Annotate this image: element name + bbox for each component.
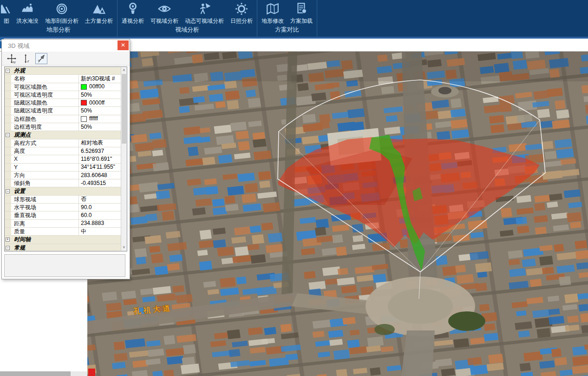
ribbon-button-方案加载[interactable]: 方案加载 bbox=[287, 1, 316, 25]
property-row-可视区域颜色[interactable]: 可视区域颜色00ff00 bbox=[5, 83, 125, 91]
property-label: 高度 bbox=[11, 147, 79, 155]
collapse-icon[interactable]: − bbox=[6, 133, 10, 137]
property-grid: −外观名称新的3D视域 #可视区域颜色00ff00可视区域透明度50%隐藏区域颜… bbox=[4, 66, 125, 251]
property-description-box bbox=[4, 254, 125, 277]
ribbon-button-洪水淹没[interactable]: 洪水淹没 bbox=[13, 1, 42, 25]
ribbon-button-label: 图 bbox=[4, 17, 9, 25]
ribbon-button-地形剖面分析[interactable]: 地形剖面分析 bbox=[42, 1, 82, 25]
property-row-质量[interactable]: 质量中 bbox=[5, 228, 125, 236]
ribbon-button-label: 日照分析 bbox=[230, 17, 253, 25]
ribbon-group-方案对比: 地形修改方案加载方案对比 bbox=[257, 0, 317, 37]
category-label: 外观 bbox=[11, 67, 79, 74]
horizontal-scrollbar[interactable] bbox=[0, 371, 87, 376]
property-row-方向[interactable]: 方向283.60648 bbox=[5, 172, 125, 179]
scrollbar-thumb[interactable] bbox=[0, 371, 71, 376]
property-value[interactable]: 00ff00 bbox=[79, 83, 125, 91]
property-value[interactable]: -0.493515 bbox=[79, 179, 125, 187]
ribbon-button-label: 动态可视域分析 bbox=[185, 17, 224, 25]
sightline-icon bbox=[126, 2, 140, 16]
property-label: 隐藏区域透明度 bbox=[11, 107, 79, 114]
property-row-隐藏区域颜色[interactable]: 隐藏区域颜色0000ff bbox=[5, 99, 125, 107]
property-value[interactable]: 234.8883 bbox=[79, 220, 125, 227]
collapse-icon[interactable]: − bbox=[6, 246, 10, 250]
property-label: 可视区域透明度 bbox=[11, 91, 79, 99]
panel-titlebar[interactable]: 3D 视域 ✕ bbox=[2, 40, 130, 52]
property-label: 倾斜角 bbox=[11, 179, 79, 187]
property-value[interactable]: 60.0 bbox=[79, 211, 125, 219]
ribbon-button-图[interactable]: 图 bbox=[1, 1, 13, 25]
property-row-边框颜色[interactable]: 边框颜色ffffff bbox=[5, 115, 125, 123]
collapse-icon[interactable]: − bbox=[6, 69, 10, 73]
expand-icon[interactable]: + bbox=[6, 237, 10, 242]
property-value[interactable]: 283.60648 bbox=[79, 172, 125, 179]
collapse-icon[interactable]: − bbox=[6, 189, 10, 193]
property-row-隐藏区域透明度[interactable]: 隐藏区域透明度50% bbox=[5, 107, 125, 115]
ribbon-button-土方量分析[interactable]: 土方量分析 bbox=[82, 1, 116, 25]
ribbon-button-label: 地形修改 bbox=[261, 17, 284, 25]
property-label: Y bbox=[11, 164, 79, 171]
property-category-观测点[interactable]: −观测点 bbox=[5, 131, 125, 139]
viewshed-property-panel: 3D 视域 ✕ xyz −外观名称新的3D视域 #可视区域颜色00ff00可视区… bbox=[1, 39, 130, 279]
ribbon-button-地形修改[interactable]: 地形修改 bbox=[258, 1, 287, 25]
property-value[interactable]: 90.0 bbox=[79, 204, 125, 211]
property-category-时间轴[interactable]: +时间轴 bbox=[5, 236, 125, 244]
property-value[interactable]: 6.526937 bbox=[79, 147, 125, 155]
scroll-down-icon[interactable]: ˅ bbox=[121, 244, 127, 251]
property-grid-scrollbar[interactable]: ˄ ˅ bbox=[121, 66, 127, 251]
category-label: 设置 bbox=[11, 187, 79, 195]
close-icon[interactable]: ✕ bbox=[118, 40, 129, 50]
ribbon-group-label: 地形分析 bbox=[1, 25, 116, 37]
property-row-高程方式[interactable]: 高程方式相对地表 bbox=[5, 139, 125, 147]
terrain-profile-icon bbox=[55, 2, 69, 16]
property-row-垂直视场[interactable]: 垂直视场60.0 bbox=[5, 211, 125, 219]
property-value[interactable]: 116°8'0.691" bbox=[79, 155, 125, 163]
property-label: 可视区域颜色 bbox=[11, 83, 79, 91]
color-swatch bbox=[81, 84, 87, 90]
property-row-倾斜角[interactable]: 倾斜角-0.493515 bbox=[5, 179, 125, 187]
property-row-球形视域[interactable]: 球形视域否 bbox=[5, 196, 125, 204]
property-category-外观[interactable]: −外观 bbox=[5, 67, 125, 75]
move-z-tool-icon[interactable]: z bbox=[20, 53, 33, 64]
property-row-X[interactable]: X116°8'0.691" bbox=[5, 155, 125, 163]
pick-direction-tool-icon[interactable] bbox=[35, 53, 47, 64]
property-value[interactable]: 相对地表 bbox=[79, 139, 125, 147]
dynamic-viewshed-icon bbox=[197, 2, 211, 16]
earthwork-icon bbox=[92, 2, 106, 16]
ribbon-button-label: 洪水淹没 bbox=[16, 17, 39, 25]
property-value[interactable]: 新的3D视域 # bbox=[79, 75, 125, 82]
ribbon-group-label: 方案对比 bbox=[258, 25, 316, 37]
property-row-边框透明度[interactable]: 边框透明度50% bbox=[5, 123, 125, 131]
property-value[interactable]: 50% bbox=[79, 123, 125, 131]
property-category-常规[interactable]: −常规 bbox=[5, 244, 125, 251]
ribbon-button-通视分析[interactable]: 通视分析 bbox=[118, 1, 147, 25]
ribbon-group-label: 视域分析 bbox=[118, 25, 256, 37]
property-row-Y[interactable]: Y34°14'11.955" bbox=[5, 164, 125, 172]
property-category-设置[interactable]: −设置 bbox=[5, 187, 125, 195]
ribbon-button-日照分析[interactable]: 日照分析 bbox=[227, 1, 256, 25]
ribbon-button-动态可视域分析[interactable]: 动态可视域分析 bbox=[182, 1, 227, 25]
property-row-高度[interactable]: 高度6.526937 bbox=[5, 147, 125, 155]
property-value[interactable]: 34°14'11.955" bbox=[79, 164, 125, 171]
property-row-水平视场[interactable]: 水平视场90.0 bbox=[5, 204, 125, 211]
scrollbar-thumb[interactable] bbox=[122, 74, 126, 144]
property-label: 方向 bbox=[11, 172, 79, 179]
move-xy-tool-icon[interactable]: xy bbox=[6, 53, 18, 64]
ribbon-groups: 图洪水淹没地形剖面分析土方量分析地形分析通视分析可视域分析动态可视域分析日照分析… bbox=[0, 0, 588, 37]
category-label: 常规 bbox=[11, 244, 79, 251]
property-value[interactable]: 50% bbox=[79, 91, 125, 99]
property-row-距离[interactable]: 距离234.8883 bbox=[5, 220, 125, 228]
3d-scene-view[interactable]: 孔祖大道 bbox=[87, 52, 588, 376]
property-label: 质量 bbox=[11, 228, 79, 235]
ribbon-button-可视域分析[interactable]: 可视域分析 bbox=[147, 1, 182, 25]
scroll-up-icon[interactable]: ˄ bbox=[121, 67, 127, 73]
property-value[interactable]: 中 bbox=[79, 228, 125, 235]
property-label: 边框颜色 bbox=[11, 115, 79, 123]
property-value[interactable]: 50% bbox=[79, 107, 125, 114]
property-value[interactable]: 否 bbox=[79, 196, 125, 203]
plan-load-icon bbox=[294, 2, 308, 16]
property-value[interactable]: ffffff bbox=[79, 115, 125, 123]
property-value[interactable]: 0000ff bbox=[79, 99, 125, 106]
property-row-可视区域透明度[interactable]: 可视区域透明度50% bbox=[5, 91, 125, 99]
property-row-名称[interactable]: 名称新的3D视域 # bbox=[5, 75, 125, 83]
ribbon-group-地形分析: 图洪水淹没地形剖面分析土方量分析地形分析 bbox=[0, 0, 118, 37]
